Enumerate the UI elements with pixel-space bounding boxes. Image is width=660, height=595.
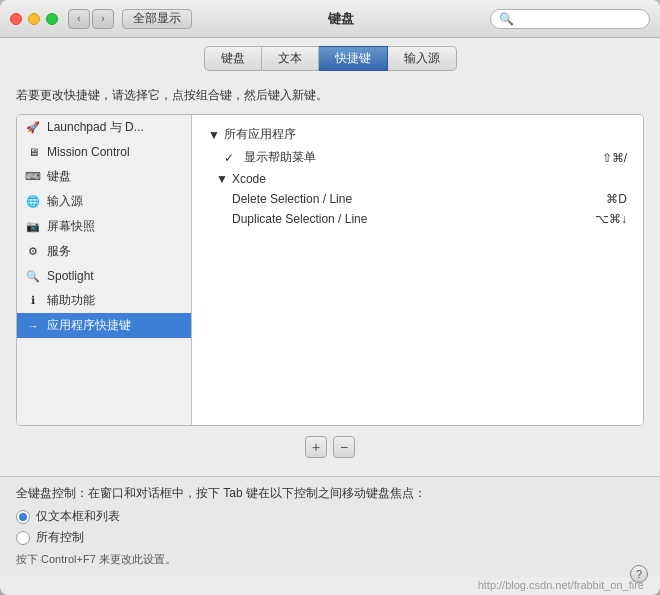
sidebar-item-screenshot[interactable]: 📷 屏幕快照 [17, 214, 191, 239]
xcode-header[interactable]: ▼ Xcode [200, 169, 635, 189]
xcode-arrow: ▼ [216, 172, 228, 186]
search-box[interactable]: 🔍 [490, 9, 650, 29]
tab-keyboard[interactable]: 键盘 [204, 46, 262, 71]
services-icon: ⚙ [25, 244, 41, 260]
titlebar: ‹ › 全部显示 键盘 🔍 [0, 0, 660, 38]
right-panel: ▼ 所有应用程序 ✓ 显示帮助菜单 ⇧⌘/ ▼ Xcode Delete Sel… [192, 115, 643, 425]
add-shortcut-button[interactable]: + [305, 436, 327, 458]
spotlight-icon: 🔍 [25, 268, 41, 284]
show-help-keys: ⇧⌘/ [602, 151, 627, 165]
all-apps-header[interactable]: ▼ 所有应用程序 [200, 123, 635, 146]
radio-group: 仅文本框和列表 所有控制 [16, 508, 644, 546]
minimize-button[interactable] [28, 13, 40, 25]
footer-note: 按下 Control+F7 来更改此设置。 [16, 552, 644, 567]
sidebar-label-keyboard: 键盘 [47, 168, 71, 185]
app-shortcuts-icon: → [25, 318, 41, 334]
sidebar-label-services: 服务 [47, 243, 71, 260]
sidebar: 🚀 Launchpad 与 D... 🖥 Mission Control ⌨ 键… [17, 115, 192, 425]
xcode-item-1-label: Duplicate Selection / Line [232, 212, 595, 226]
show-all-button[interactable]: 全部显示 [122, 9, 192, 29]
radio-all-controls-label: 所有控制 [36, 529, 84, 546]
remove-shortcut-button[interactable]: − [333, 436, 355, 458]
sidebar-item-services[interactable]: ⚙ 服务 [17, 239, 191, 264]
show-help-check: ✓ [224, 151, 240, 165]
footer: 全键盘控制：在窗口和对话框中，按下 Tab 键在以下控制之间移动键盘焦点： 仅文… [0, 476, 660, 577]
radio-all-controls-circle [16, 531, 30, 545]
sidebar-item-launchpad[interactable]: 🚀 Launchpad 与 D... [17, 115, 191, 140]
sidebar-label-app-shortcuts: 应用程序快捷键 [47, 317, 131, 334]
sidebar-label-input-source: 输入源 [47, 193, 83, 210]
radio-text-only-circle [16, 510, 30, 524]
tab-shortcuts[interactable]: 快捷键 [319, 46, 388, 71]
radio-text-only[interactable]: 仅文本框和列表 [16, 508, 644, 525]
show-help-row[interactable]: ✓ 显示帮助菜单 ⇧⌘/ [200, 146, 635, 169]
traffic-lights [10, 13, 58, 25]
show-help-label: 显示帮助菜单 [244, 149, 602, 166]
watermark: http://blog.csdn.net/frabbit_on_fire [0, 577, 660, 595]
sidebar-item-spotlight[interactable]: 🔍 Spotlight [17, 264, 191, 288]
xcode-item-0-keys: ⌘D [606, 192, 627, 206]
main-area: 🚀 Launchpad 与 D... 🖥 Mission Control ⌨ 键… [16, 114, 644, 426]
radio-all-controls[interactable]: 所有控制 [16, 529, 644, 546]
tabs-bar: 键盘 文本 快捷键 输入源 [0, 38, 660, 77]
xcode-row-0[interactable]: Delete Selection / Line ⌘D [200, 189, 635, 209]
sidebar-item-app-shortcuts[interactable]: → 应用程序快捷键 [17, 313, 191, 338]
nav-forward-button[interactable]: › [92, 9, 114, 29]
input-source-icon: 🌐 [25, 194, 41, 210]
sidebar-label-mission-control: Mission Control [47, 145, 130, 159]
mission-control-icon: 🖥 [25, 144, 41, 160]
sidebar-label-spotlight: Spotlight [47, 269, 94, 283]
sidebar-label-accessibility: 辅助功能 [47, 292, 95, 309]
xcode-label: Xcode [232, 172, 266, 186]
radio-text-only-label: 仅文本框和列表 [36, 508, 120, 525]
sidebar-item-accessibility[interactable]: ℹ 辅助功能 [17, 288, 191, 313]
all-apps-arrow: ▼ [208, 128, 220, 142]
keyboard-icon: ⌨ [25, 169, 41, 185]
nav-back-button[interactable]: ‹ [68, 9, 90, 29]
sidebar-item-keyboard[interactable]: ⌨ 键盘 [17, 164, 191, 189]
keyboard-preferences-window: ‹ › 全部显示 键盘 🔍 键盘 文本 快捷键 输入源 若要更改快捷键，请选择它… [0, 0, 660, 595]
maximize-button[interactable] [46, 13, 58, 25]
xcode-item-0-label: Delete Selection / Line [232, 192, 606, 206]
sidebar-label-screenshot: 屏幕快照 [47, 218, 95, 235]
launchpad-icon: 🚀 [25, 120, 41, 136]
window-title: 键盘 [192, 10, 490, 28]
nav-buttons: ‹ › [68, 9, 114, 29]
tab-input-sources[interactable]: 输入源 [388, 46, 457, 71]
xcode-item-1-keys: ⌥⌘↓ [595, 212, 627, 226]
search-icon: 🔍 [499, 12, 514, 26]
sidebar-item-input-source[interactable]: 🌐 输入源 [17, 189, 191, 214]
sidebar-item-mission-control[interactable]: 🖥 Mission Control [17, 140, 191, 164]
footer-title: 全键盘控制：在窗口和对话框中，按下 Tab 键在以下控制之间移动键盘焦点： [16, 485, 644, 502]
accessibility-icon: ℹ [25, 293, 41, 309]
tab-text[interactable]: 文本 [262, 46, 319, 71]
help-button[interactable]: ? [630, 565, 648, 583]
screenshot-icon: 📷 [25, 219, 41, 235]
bottom-buttons: + − [16, 432, 644, 466]
close-button[interactable] [10, 13, 22, 25]
xcode-row-1[interactable]: Duplicate Selection / Line ⌥⌘↓ [200, 209, 635, 229]
content-area: 若要更改快捷键，请选择它，点按组合键，然后键入新键。 🚀 Launchpad 与… [0, 77, 660, 476]
sidebar-label-launchpad: Launchpad 与 D... [47, 119, 144, 136]
all-apps-label: 所有应用程序 [224, 126, 296, 143]
instruction-text: 若要更改快捷键，请选择它，点按组合键，然后键入新键。 [16, 87, 644, 104]
